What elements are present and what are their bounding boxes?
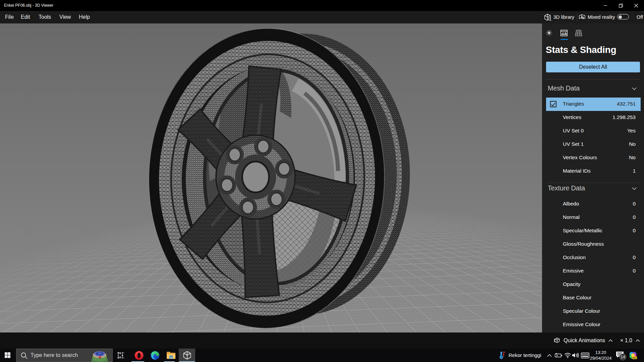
svg-text:PRC: PRC <box>632 357 637 359</box>
